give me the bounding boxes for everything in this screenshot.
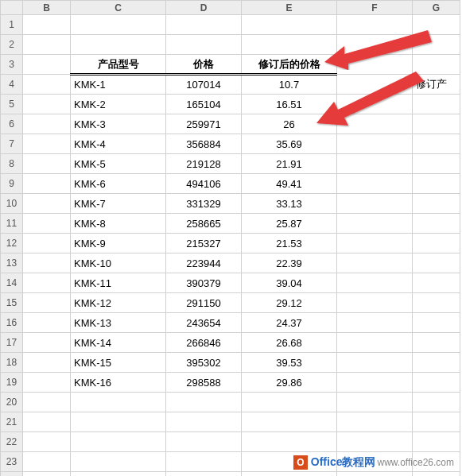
row-header-15[interactable]: 15 [1,293,23,313]
cell-E15[interactable]: 29.12 [242,293,337,313]
col-header-C[interactable]: C [71,1,166,15]
cell-D20[interactable] [166,393,242,412]
cell-C13[interactable]: KMK-10 [71,253,166,273]
cell-E4[interactable]: 10.7 [242,75,337,95]
cell-B6[interactable] [23,114,71,134]
cell-D12[interactable]: 215327 [166,234,242,253]
cell-D7[interactable]: 356884 [166,134,242,154]
cell-D19[interactable]: 298588 [166,373,242,393]
cell-B13[interactable] [23,253,71,273]
cell-B19[interactable] [23,373,71,393]
cell-B4[interactable] [23,75,71,95]
cell-C7[interactable]: KMK-4 [71,134,166,154]
cell-F14[interactable] [337,273,413,293]
cell-C16[interactable]: KMK-13 [71,313,166,333]
cell-B5[interactable] [23,95,71,114]
cell-F22[interactable] [337,432,413,452]
cell-E8[interactable]: 21.91 [242,154,337,174]
cell-G13[interactable] [413,253,460,273]
cell-B7[interactable] [23,134,71,154]
col-header-G[interactable]: G [413,1,460,15]
cell-C14[interactable]: KMK-11 [71,273,166,293]
cell-C8[interactable]: KMK-5 [71,154,166,174]
cell-E6[interactable]: 26 [242,114,337,134]
row-header-16[interactable]: 16 [1,313,23,333]
cell-D22[interactable] [166,432,242,452]
cell-B9[interactable] [23,174,71,194]
cell-C18[interactable]: KMK-15 [71,353,166,373]
cell-D18[interactable]: 395302 [166,353,242,373]
col-header-F[interactable]: F [337,1,413,15]
cell-C20[interactable] [71,393,166,412]
cell-G24[interactable] [413,472,460,477]
cell-C2[interactable] [71,35,166,55]
cell-D17[interactable]: 266846 [166,333,242,353]
cell-D10[interactable]: 331329 [166,194,242,214]
cell-E13[interactable]: 22.39 [242,253,337,273]
cell-D1[interactable] [166,15,242,35]
cell-E14[interactable]: 39.04 [242,273,337,293]
row-header-24[interactable]: 24 [1,472,23,477]
cell-D14[interactable]: 390379 [166,273,242,293]
cell-B3[interactable] [23,55,71,75]
cell-F7[interactable] [337,134,413,154]
cell-B15[interactable] [23,293,71,313]
cell-D11[interactable]: 258665 [166,214,242,234]
cell-G14[interactable] [413,273,460,293]
spreadsheet-grid[interactable]: B C D E F G 123产品型号价格修订后的价格4KMK-11070141… [0,0,460,476]
cell-F20[interactable] [337,393,413,412]
cell-C17[interactable]: KMK-14 [71,333,166,353]
cell-E3[interactable]: 修订后的价格 [242,55,337,75]
cell-G18[interactable] [413,353,460,373]
row-header-14[interactable]: 14 [1,273,23,293]
cell-E12[interactable]: 21.53 [242,234,337,253]
cell-G19[interactable] [413,373,460,393]
cell-C22[interactable] [71,432,166,452]
cell-G5[interactable] [413,95,460,114]
row-header-5[interactable]: 5 [1,95,23,114]
cell-E11[interactable]: 25.87 [242,214,337,234]
cell-G6[interactable] [413,114,460,134]
cell-G21[interactable] [413,412,460,432]
cell-G9[interactable] [413,174,460,194]
cell-G15[interactable] [413,293,460,313]
cell-F2[interactable] [337,35,413,55]
cell-E17[interactable]: 26.68 [242,333,337,353]
cell-F8[interactable] [337,154,413,174]
cell-F24[interactable] [337,472,413,477]
cell-F15[interactable] [337,293,413,313]
col-header-E[interactable]: E [242,1,337,15]
row-header-20[interactable]: 20 [1,393,23,412]
row-header-7[interactable]: 7 [1,134,23,154]
cell-D21[interactable] [166,412,242,432]
cell-E22[interactable] [242,432,337,452]
row-header-17[interactable]: 17 [1,333,23,353]
cell-E19[interactable]: 29.86 [242,373,337,393]
cell-F21[interactable] [337,412,413,432]
cell-B10[interactable] [23,194,71,214]
cell-D2[interactable] [166,35,242,55]
cell-C3[interactable]: 产品型号 [71,55,166,75]
cell-F12[interactable] [337,234,413,253]
cell-F5[interactable] [337,95,413,114]
cell-B8[interactable] [23,154,71,174]
cell-F9[interactable] [337,174,413,194]
cell-B12[interactable] [23,234,71,253]
cell-E21[interactable] [242,412,337,432]
cell-G22[interactable] [413,432,460,452]
cell-B1[interactable] [23,15,71,35]
cell-F18[interactable] [337,353,413,373]
cell-G7[interactable] [413,134,460,154]
cell-D9[interactable]: 494106 [166,174,242,194]
col-header-B[interactable]: B [23,1,71,15]
row-header-21[interactable]: 21 [1,412,23,432]
cell-C1[interactable] [71,15,166,35]
cell-G12[interactable] [413,234,460,253]
cell-C11[interactable]: KMK-8 [71,214,166,234]
cell-E7[interactable]: 35.69 [242,134,337,154]
cell-B16[interactable] [23,313,71,333]
cell-B20[interactable] [23,393,71,412]
row-header-22[interactable]: 22 [1,432,23,452]
cell-D3[interactable]: 价格 [166,55,242,75]
cell-E2[interactable] [242,35,337,55]
